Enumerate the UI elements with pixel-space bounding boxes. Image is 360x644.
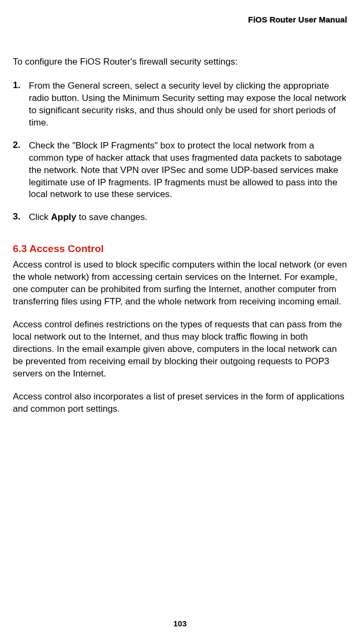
step-item-2: 2. Check the "Block IP Fragments" box to…	[13, 140, 347, 201]
section-paragraph-1: Access control is used to block specific…	[13, 259, 347, 308]
section-paragraph-2: Access control defines restrictions on t…	[13, 319, 347, 380]
apply-label: Apply	[51, 212, 76, 222]
section-heading-access-control: 6.3 Access Control	[13, 243, 347, 255]
steps-list: 1. From the General screen, select a sec…	[13, 80, 347, 224]
intro-paragraph: To configure the FiOS Router's firewall …	[13, 56, 347, 68]
step-number: 2.	[13, 140, 29, 201]
step-text: Check the "Block IP Fragments" box to pr…	[29, 140, 347, 201]
step-text: Click Apply to save changes.	[29, 211, 147, 224]
step-prefix: Click	[29, 212, 51, 222]
document-header: FiOS Router User Manual	[13, 15, 347, 24]
step-text: From the General screen, select a securi…	[29, 80, 347, 129]
page-number: 103	[0, 619, 360, 628]
step-item-3: 3. Click Apply to save changes.	[13, 211, 347, 224]
section-paragraph-3: Access control also incorporates a list …	[13, 391, 347, 415]
step-suffix: to save changes.	[76, 212, 147, 222]
step-number: 3.	[13, 211, 29, 224]
step-item-1: 1. From the General screen, select a sec…	[13, 80, 347, 129]
step-number: 1.	[13, 80, 29, 129]
